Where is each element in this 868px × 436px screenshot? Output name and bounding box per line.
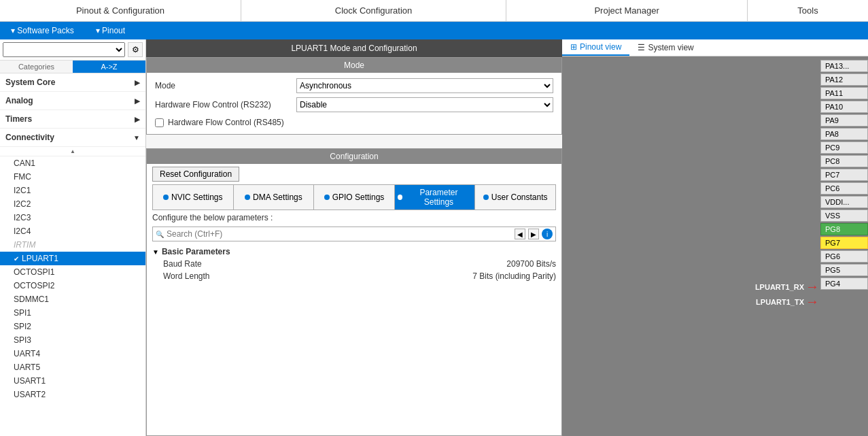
tab-categories[interactable]: Categories [0, 61, 73, 73]
arrow-right-icon: → [805, 279, 819, 295]
hw-flow-rs232-label: Hardware Flow Control (RS232) [155, 100, 291, 110]
sidebar-item-i2c1[interactable]: I2C1 [0, 184, 145, 197]
pin-pa9[interactable]: PA9 [820, 114, 868, 127]
pin-pg6[interactable]: PG6 [820, 250, 868, 263]
pin-pc8[interactable]: PC8 [820, 155, 868, 167]
pin-pa10[interactable]: PA10 [820, 101, 868, 113]
system-view-icon: ☰ [638, 43, 645, 52]
tab-nvic-settings[interactable]: NVIC Settings [153, 185, 234, 209]
pin-pg5[interactable]: PG5 [820, 264, 868, 276]
scroll-up-button[interactable]: ▲ [67, 148, 78, 154]
nvic-dot [163, 195, 169, 200]
sidebar-item-sdmmc1[interactable]: SDMMC1 [0, 292, 145, 306]
timers-label: Timers [5, 114, 32, 124]
check-icon: ✔ [14, 255, 19, 263]
param-key-word-length: Word Length [163, 271, 472, 281]
sidebar-section-timers[interactable]: Timers ▶ [0, 110, 145, 129]
mode-label: Mode [155, 81, 291, 90]
center-panel: LPUART1 Mode and Configuration Mode Mode… [146, 39, 562, 436]
sidebar-item-usart2[interactable]: USART2 [0, 388, 145, 401]
sidebar-item-spi2[interactable]: SPI2 [0, 320, 145, 333]
gear-icon: ⚙ [132, 45, 139, 54]
tab-a-to-z[interactable]: A->Z [73, 61, 145, 73]
pin-vss[interactable]: VSS [820, 209, 868, 222]
chevron-right-icon-3: ▶ [135, 116, 140, 123]
mode-header: Mode [147, 58, 561, 73]
basic-params-label: Basic Parameters [162, 247, 230, 256]
sidebar-section-system-core[interactable]: System Core ▶ [0, 73, 145, 92]
param-key-baud-rate: Baud Rate [163, 259, 506, 269]
sidebar-item-usart1[interactable]: USART1 [0, 374, 145, 388]
group-arrow-icon: ▼ [152, 248, 159, 256]
reset-config-button[interactable]: Reset Configuration [152, 167, 239, 182]
pin-pc6[interactable]: PC6 [820, 182, 868, 195]
arrow-indicator-pg8: LPUART1_RX → [755, 279, 819, 295]
pin-pc9[interactable]: PC9 [820, 141, 868, 154]
sidebar-item-i2c3[interactable]: I2C3 [0, 211, 145, 224]
param-value-word-length: 7 Bits (including Parity) [472, 271, 556, 281]
pin-pg8[interactable]: PG8 [820, 223, 868, 235]
connectivity-label: Connectivity [5, 133, 54, 142]
search-input[interactable] [167, 229, 512, 239]
sidebar-gear-button[interactable]: ⚙ [128, 42, 143, 57]
prev-result-button[interactable]: ◀ [515, 229, 525, 239]
sidebar-item-lpuart1[interactable]: ✔ LPUART1 [0, 252, 145, 265]
dma-dot [245, 195, 250, 200]
gpio-dot [324, 195, 330, 200]
tab-parameter-settings[interactable]: Parameter Settings [395, 185, 476, 209]
sub-nav-pinout[interactable]: ▾ Pinout [85, 26, 136, 35]
sidebar-item-i2c4[interactable]: I2C4 [0, 224, 145, 238]
sidebar-item-octospi2[interactable]: OCTOSPI2 [0, 279, 145, 292]
sub-nav-software-packs[interactable]: ▾ Software Packs [0, 26, 85, 35]
sidebar-dropdown[interactable] [3, 42, 125, 57]
params-configure-label: Configure the below parameters : [147, 210, 561, 225]
system-view-tab[interactable]: ☰ System view [629, 39, 701, 56]
sidebar-item-spi1[interactable]: SPI1 [0, 306, 145, 320]
sidebar-item-uart4[interactable]: UART4 [0, 347, 145, 360]
pinout-view-tab[interactable]: ⊞ Pinout view [562, 39, 629, 56]
hw-flow-rs485-checkbox[interactable] [155, 118, 164, 127]
pin-pg4[interactable]: PG4 [820, 278, 868, 290]
next-result-button[interactable]: ▶ [528, 229, 539, 239]
sidebar-section-connectivity[interactable]: Connectivity ▼ [0, 129, 145, 147]
config-header: Configuration [147, 149, 561, 164]
param-dot [398, 195, 403, 200]
pin-pa13[interactable]: PA13... [820, 60, 868, 72]
right-panel: ⊞ Pinout view ☰ System view PA13... PA12… [562, 39, 868, 436]
pin-pa12[interactable]: PA12 [820, 73, 868, 86]
tab-gpio-settings[interactable]: GPIO Settings [314, 185, 395, 209]
sidebar-item-can1[interactable]: CAN1 [0, 156, 145, 170]
tab-dma-settings[interactable]: DMA Settings [234, 185, 315, 209]
param-row-word-length: Word Length 7 Bits (including Parity) [152, 270, 556, 282]
sidebar-item-uart5[interactable]: UART5 [0, 360, 145, 374]
param-row-baud-rate: Baud Rate 209700 Bits/s [152, 258, 556, 270]
pin-pa11[interactable]: PA11 [820, 87, 868, 99]
pinout-view-icon: ⊞ [570, 42, 577, 52]
sidebar-item-octospi1[interactable]: OCTOSPI1 [0, 265, 145, 279]
chevron-right-icon: ▶ [135, 79, 140, 86]
pin-pg7[interactable]: PG7 [820, 237, 868, 249]
tab-pinout[interactable]: Pinout & Configuration [0, 0, 241, 21]
hw-flow-rs485-label: Hardware Flow Control (RS485) [168, 118, 284, 127]
sidebar-section-analog[interactable]: Analog ▶ [0, 92, 145, 110]
tab-clock[interactable]: Clock Configuration [241, 0, 506, 21]
pin-vddi[interactable]: VDDI... [820, 196, 868, 208]
panel-title: LPUART1 Mode and Configuration [146, 39, 562, 57]
sidebar-item-i2c2[interactable]: I2C2 [0, 197, 145, 211]
tab-project[interactable]: Project Manager [506, 0, 748, 21]
tab-tools[interactable]: Tools [748, 0, 868, 21]
info-button[interactable]: i [542, 229, 553, 239]
arrow-indicator-pg7: LPUART1_TX → [756, 294, 819, 309]
chevron-right-icon-2: ▶ [135, 97, 140, 105]
arrow-right-icon-2: → [805, 294, 819, 309]
pin-pc7[interactable]: PC7 [820, 169, 868, 181]
mode-select[interactable]: Asynchronous [296, 78, 553, 93]
user-dot [483, 195, 489, 200]
chevron-down-icon: ▼ [133, 134, 140, 141]
sidebar-item-spi3[interactable]: SPI3 [0, 333, 145, 347]
pin-pa8[interactable]: PA8 [820, 128, 868, 140]
basic-params-group[interactable]: ▼ Basic Parameters [152, 246, 556, 258]
sidebar-item-fmc[interactable]: FMC [0, 170, 145, 184]
hw-flow-rs232-select[interactable]: Disable [296, 97, 553, 112]
tab-user-constants[interactable]: User Constants [475, 185, 555, 209]
